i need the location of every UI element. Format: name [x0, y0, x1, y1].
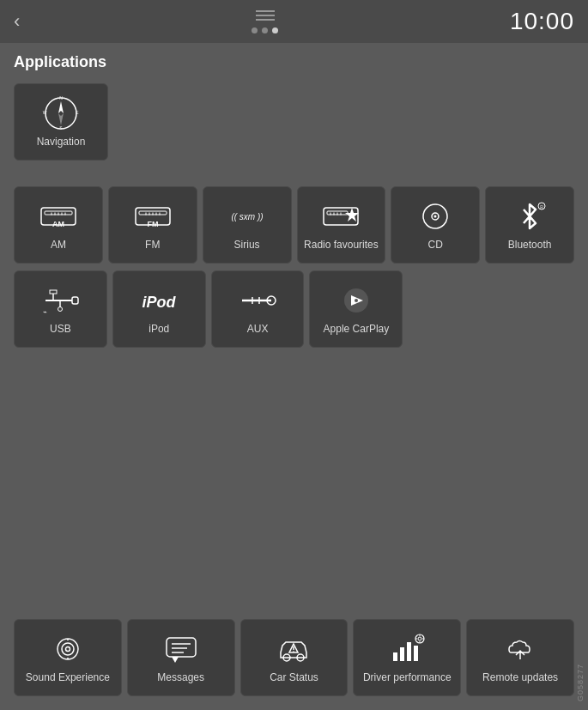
- navigation-icon: N S E W: [40, 96, 82, 130]
- svg-marker-60: [172, 657, 179, 663]
- aux-label: AUX: [247, 323, 269, 337]
- app-tile-fm[interactable]: FM FM: [108, 186, 197, 264]
- svg-rect-68: [407, 642, 411, 661]
- bottom-grid: Sound Experience Messages: [14, 619, 574, 696]
- app-tile-usb[interactable]: ⌁ USB: [14, 270, 107, 348]
- app-tile-driver-perf[interactable]: Driver performance: [353, 619, 461, 696]
- svg-text:AM: AM: [52, 220, 64, 228]
- svg-rect-69: [414, 646, 418, 661]
- ipod-label: iPod: [149, 323, 169, 337]
- carplay-icon: [336, 283, 377, 318]
- hamburger-menu-icon[interactable]: [256, 10, 275, 21]
- dot-3-active: [272, 27, 278, 33]
- app-tile-messages[interactable]: Messages: [127, 619, 235, 696]
- usb-icon: ⌁: [39, 283, 81, 318]
- sound-experience-icon: [47, 632, 88, 666]
- clock: 10:00: [510, 8, 574, 35]
- svg-point-33: [434, 215, 437, 218]
- driver-perf-label: Driver performance: [363, 671, 452, 685]
- app-tile-am[interactable]: AM AM: [14, 186, 103, 264]
- aux-icon: [237, 283, 278, 318]
- cd-label: CD: [428, 239, 443, 252]
- messages-icon: [161, 632, 202, 666]
- am-icon: AM: [38, 199, 79, 234]
- svg-rect-67: [400, 647, 404, 661]
- ipod-icon: iPod: [138, 283, 179, 318]
- fm-icon: FM: [132, 199, 173, 234]
- app-tile-bluetooth[interactable]: R Bluetooth: [485, 186, 574, 264]
- svg-text:N: N: [59, 96, 63, 100]
- remote-updates-icon: [500, 632, 541, 666]
- back-button[interactable]: ‹: [14, 10, 20, 33]
- fm-label: FM: [145, 239, 160, 252]
- applications-heading: Applications: [14, 53, 574, 71]
- svg-point-71: [418, 637, 421, 640]
- svg-point-41: [58, 307, 63, 312]
- car-status-label: Car Status: [270, 671, 318, 685]
- app-tile-remote-updates[interactable]: Remote updates: [466, 619, 574, 696]
- svg-point-50: [355, 299, 358, 302]
- carplay-label: Apple CarPlay: [324, 323, 390, 337]
- am-label: AM: [51, 239, 66, 252]
- navigation-label: Navigation: [37, 136, 86, 149]
- svg-text:S: S: [59, 125, 63, 130]
- svg-text:(( sxm )): (( sxm )): [231, 212, 263, 221]
- app-tile-navigation[interactable]: N S E W Navigation: [14, 83, 108, 161]
- svg-point-51: [58, 639, 78, 659]
- app-tile-radio-fav[interactable]: Radio favourites: [297, 186, 386, 264]
- app-tile-sound-experience[interactable]: Sound Experience: [14, 619, 122, 696]
- radio-fav-label: Radio favourites: [304, 239, 379, 252]
- sound-experience-label: Sound Experience: [26, 671, 110, 685]
- sirius-icon: (( sxm )): [227, 199, 268, 234]
- svg-text:FM: FM: [147, 220, 158, 228]
- radio-fav-icon: [320, 199, 361, 234]
- app-tile-ipod[interactable]: iPod iPod: [112, 270, 206, 348]
- svg-rect-39: [50, 290, 57, 294]
- svg-text:iPod: iPod: [142, 294, 177, 311]
- bluetooth-icon: R: [509, 199, 550, 234]
- main-content: Applications N S E W: [0, 43, 588, 710]
- watermark: G058277: [576, 664, 585, 701]
- svg-marker-2: [58, 113, 64, 125]
- app-tile-car-status[interactable]: Car Status: [240, 619, 349, 696]
- sirius-label: Sirius: [234, 239, 260, 252]
- svg-marker-1: [58, 101, 64, 113]
- page-dots: [252, 27, 278, 33]
- svg-text:⌁: ⌁: [43, 308, 47, 316]
- app-tile-sirius[interactable]: (( sxm )) Sirius: [203, 186, 292, 264]
- nav-grid: N S E W Navigation: [14, 83, 574, 161]
- app-tile-cd[interactable]: CD: [391, 186, 480, 264]
- svg-rect-56: [167, 638, 196, 657]
- audio-grid-row1: AM AM FM: [14, 186, 574, 264]
- dot-2: [262, 27, 268, 33]
- svg-point-65: [294, 651, 295, 652]
- bluetooth-label: Bluetooth: [508, 239, 552, 252]
- car-status-icon: [273, 632, 314, 666]
- app-tile-carplay[interactable]: Apple CarPlay: [309, 270, 403, 348]
- app-tile-aux[interactable]: AUX: [211, 270, 305, 348]
- svg-rect-66: [393, 652, 397, 661]
- messages-label: Messages: [157, 671, 204, 685]
- top-bar: ‹ 10:00: [0, 0, 588, 43]
- cd-icon: [415, 199, 456, 234]
- top-center: [252, 10, 278, 33]
- svg-point-53: [65, 647, 70, 652]
- driver-perf-icon: [386, 632, 427, 666]
- svg-rect-37: [72, 297, 78, 304]
- usb-label: USB: [50, 323, 71, 337]
- svg-point-52: [62, 643, 74, 655]
- svg-text:R: R: [540, 204, 543, 209]
- audio-grid-row2: ⌁ USB iPod iPod: [14, 270, 403, 348]
- svg-text:W: W: [43, 110, 47, 115]
- svg-text:E: E: [76, 110, 79, 115]
- remote-updates-label: Remote updates: [482, 671, 558, 685]
- dot-1: [252, 27, 258, 33]
